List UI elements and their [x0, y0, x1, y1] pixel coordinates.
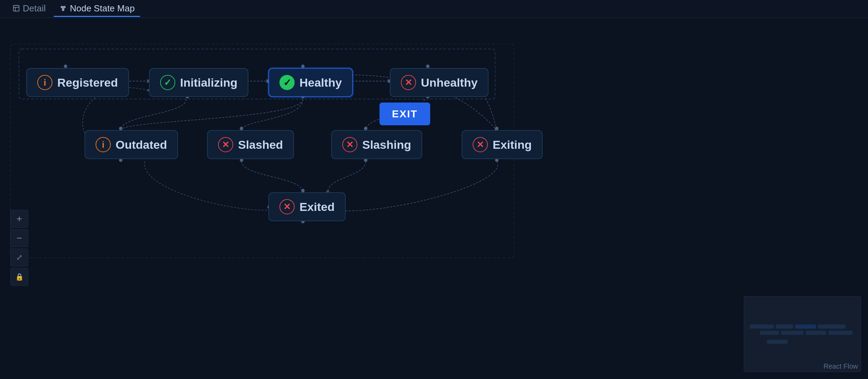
node-exiting[interactable]: ✕ Exiting	[462, 130, 543, 159]
slashing-icon: ✕	[342, 137, 357, 152]
svg-point-29	[364, 127, 367, 130]
initializing-icon: ✓	[160, 75, 175, 90]
node-healthy[interactable]: ✓ Healthy	[268, 68, 353, 97]
svg-line-8	[63, 8, 64, 9]
zoom-in-button[interactable]: +	[10, 210, 28, 228]
initializing-label: Initializing	[180, 76, 237, 89]
svg-point-14	[301, 65, 305, 68]
map-icon	[59, 4, 67, 12]
outdated-label: Outdated	[116, 138, 167, 152]
minimap-label: React Flow	[823, 362, 858, 370]
slashing-label: Slashing	[362, 138, 411, 152]
node-slashing[interactable]: ✕ Slashing	[331, 130, 422, 159]
svg-point-25	[119, 127, 122, 130]
svg-line-7	[62, 8, 63, 9]
minimap-nodes	[744, 319, 861, 349]
minimap-node-4	[818, 324, 846, 329]
outdated-icon: i	[96, 137, 111, 152]
healthy-label: Healthy	[299, 76, 342, 89]
minimap-node-8	[828, 331, 852, 335]
fit-view-button[interactable]: ⤢	[10, 249, 28, 266]
node-registered[interactable]: i Registered	[26, 68, 129, 97]
lock-button[interactable]: 🔒	[10, 268, 28, 286]
healthy-icon: ✓	[279, 75, 295, 90]
minimap-node-2	[776, 324, 793, 329]
tab-node-state-map[interactable]: Node State Map	[54, 1, 140, 17]
exit-button[interactable]: EXIT	[379, 103, 430, 125]
minimap-node-9	[767, 340, 788, 344]
exited-icon: ✕	[279, 199, 295, 214]
node-exited[interactable]: ✕ Exited	[268, 192, 346, 221]
tab-detail-label: Detail	[23, 3, 46, 14]
svg-point-24	[426, 65, 430, 68]
svg-point-18	[64, 65, 67, 68]
svg-rect-0	[13, 6, 19, 11]
minimap-node-5	[760, 331, 779, 335]
minimap: React Flow	[744, 296, 861, 372]
node-slashed[interactable]: ✕ Slashed	[207, 130, 294, 159]
minimap-node-1	[750, 324, 774, 329]
node-outdated[interactable]: i Outdated	[85, 130, 178, 159]
zoom-controls: + − ⤢ 🔒	[10, 210, 28, 286]
detail-icon	[12, 4, 20, 12]
exiting-label: Exiting	[493, 138, 532, 152]
minimap-content	[744, 297, 861, 372]
exited-label: Exited	[299, 200, 335, 214]
registered-icon: i	[37, 75, 52, 90]
slashed-icon: ✕	[218, 137, 233, 152]
exiting-icon: ✕	[473, 137, 488, 152]
zoom-out-button[interactable]: −	[10, 229, 28, 247]
slashed-label: Slashed	[238, 138, 283, 152]
node-state-canvas: i Registered ✓ Initializing ✓ Healthy ✕ …	[0, 18, 868, 379]
top-nav: Detail Node State Map	[0, 0, 868, 18]
unhealthy-icon: ✕	[401, 75, 416, 90]
unhealthy-label: Unhealthy	[421, 76, 477, 89]
minimap-node-3	[795, 324, 816, 329]
tab-detail[interactable]: Detail	[7, 1, 51, 17]
node-initializing[interactable]: ✓ Initializing	[149, 68, 248, 97]
registered-label: Registered	[57, 76, 118, 89]
node-unhealthy[interactable]: ✕ Unhealthy	[390, 68, 489, 97]
minimap-node-7	[806, 331, 826, 335]
tab-node-state-map-label: Node State Map	[70, 3, 135, 14]
svg-point-31	[495, 127, 499, 130]
svg-point-34	[301, 189, 305, 192]
minimap-node-6	[781, 331, 803, 335]
svg-point-27	[240, 127, 243, 130]
